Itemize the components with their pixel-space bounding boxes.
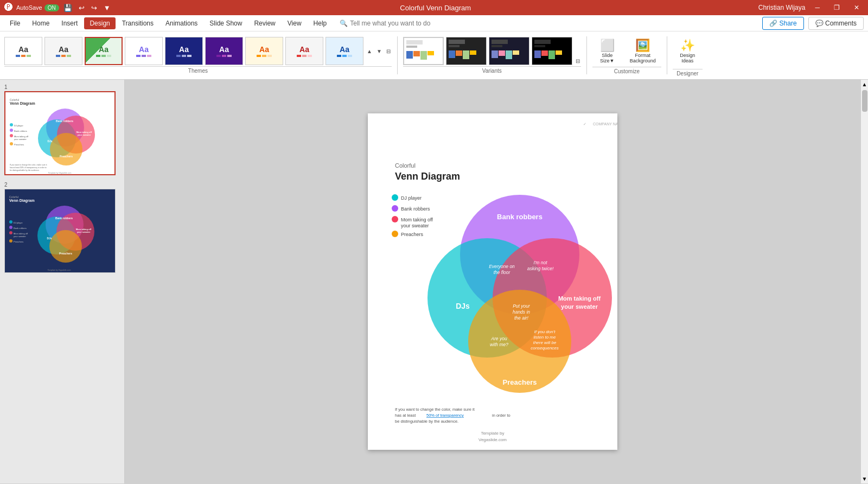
autosave-label: AutoSave bbox=[16, 4, 42, 11]
format-bg-label2: Background bbox=[630, 58, 656, 63]
svg-text:Mom taking off: Mom taking off bbox=[558, 295, 601, 302]
minimize-button[interactable]: ─ bbox=[810, 3, 824, 12]
main-area: 1 Colorful Venn Diagram DJ player Bank r… bbox=[0, 80, 868, 483]
redo-button[interactable]: ↪ bbox=[89, 3, 99, 13]
svg-point-3 bbox=[10, 123, 13, 126]
slide-item-1[interactable]: 1 Colorful Venn Diagram DJ player Bank r… bbox=[4, 84, 120, 175]
svg-point-52 bbox=[392, 194, 398, 201]
svg-text:asking twice!: asking twice! bbox=[527, 266, 554, 271]
svg-point-35 bbox=[9, 239, 12, 243]
right-scrollbar[interactable]: ▲ ▼ bbox=[860, 80, 868, 483]
svg-text:Mom taking off: Mom taking off bbox=[401, 217, 433, 222]
svg-text:has at least 50% of transparen: has at least 50% of transparency in orde… bbox=[10, 167, 47, 169]
menu-help[interactable]: Help bbox=[308, 17, 333, 29]
title-bar-left: 🅟 AutoSave ON 💾 ↩ ↪ ▼ bbox=[4, 3, 113, 13]
svg-text:Vegaslide.com: Vegaslide.com bbox=[478, 437, 507, 442]
slide-size-label2: Size▼ bbox=[600, 58, 614, 63]
scroll-thumb[interactable] bbox=[862, 90, 867, 112]
customize-quick-access[interactable]: ▼ bbox=[101, 3, 113, 13]
svg-text:Bank robbers: Bank robbers bbox=[401, 206, 430, 212]
canvas-area[interactable]: ✓ COMPANY NAME Colorful Venn Diagram DJ … bbox=[125, 80, 860, 483]
slide-number-2: 2 bbox=[4, 182, 120, 188]
theme-9[interactable]: Aa bbox=[326, 37, 363, 65]
svg-point-59 bbox=[392, 231, 398, 237]
ribbon-content: Aa Aa Aa Aa Aa bbox=[0, 31, 868, 79]
menu-review[interactable]: Review bbox=[248, 17, 280, 29]
menu-design[interactable]: Design bbox=[84, 17, 115, 29]
slide-panel: 1 Colorful Venn Diagram DJ player Bank r… bbox=[0, 80, 125, 483]
autosave-toggle[interactable]: ON bbox=[44, 4, 59, 11]
save-button[interactable]: 💾 bbox=[61, 3, 74, 13]
variant-4[interactable] bbox=[532, 37, 572, 65]
slide-thumb-2[interactable]: Colorful Venn Diagram DJ player Bank rob… bbox=[4, 189, 116, 273]
theme-7[interactable]: Aa bbox=[245, 37, 283, 65]
restore-button[interactable]: ❐ bbox=[829, 3, 844, 12]
variant-1[interactable] bbox=[403, 37, 444, 65]
menu-home[interactable]: Home bbox=[27, 17, 55, 29]
svg-point-40 bbox=[49, 230, 82, 263]
svg-text:Are you: Are you bbox=[490, 336, 507, 341]
menu-animations[interactable]: Animations bbox=[160, 17, 203, 29]
svg-text:the floor: the floor bbox=[494, 270, 511, 275]
menu-view[interactable]: View bbox=[282, 17, 307, 29]
variants-expand[interactable]: ⊟ bbox=[575, 57, 581, 65]
slide-thumb-1[interactable]: Colorful Venn Diagram DJ player Bank rob… bbox=[4, 91, 116, 175]
theme-6[interactable]: Aa bbox=[205, 37, 243, 65]
svg-text:Preachers: Preachers bbox=[401, 232, 424, 237]
variant-3[interactable] bbox=[489, 37, 529, 65]
menu-slideshow[interactable]: Slide Show bbox=[204, 17, 247, 29]
svg-text:Venn Diagram: Venn Diagram bbox=[9, 199, 35, 203]
menu-file[interactable]: File bbox=[4, 17, 25, 29]
svg-point-15 bbox=[50, 133, 82, 165]
undo-button[interactable]: ↩ bbox=[76, 3, 87, 13]
svg-text:in order to: in order to bbox=[492, 413, 510, 418]
scroll-up-btn[interactable]: ▲ bbox=[860, 80, 868, 89]
menu-bar: File Home Insert Design Transitions Anim… bbox=[0, 15, 868, 31]
theme-colorful[interactable]: Aa bbox=[85, 37, 123, 65]
scroll-down-btn[interactable]: ▼ bbox=[860, 474, 868, 483]
theme-4[interactable]: Aa bbox=[125, 37, 163, 65]
svg-text:Template by: Template by bbox=[481, 431, 504, 436]
share-button[interactable]: 🔗 Share bbox=[762, 17, 803, 30]
svg-text:your sweater: your sweater bbox=[14, 235, 27, 238]
svg-point-28 bbox=[9, 220, 12, 224]
menu-insert[interactable]: Insert bbox=[56, 17, 83, 29]
close-button[interactable]: ✕ bbox=[850, 3, 864, 12]
themes-scroll-down[interactable]: ▼ bbox=[375, 47, 383, 55]
svg-point-10 bbox=[10, 142, 13, 145]
format-background-button[interactable]: 🖼️ Format Background bbox=[624, 36, 661, 66]
svg-text:I'm not: I'm not bbox=[533, 260, 547, 265]
svg-point-7 bbox=[10, 134, 13, 137]
variant-2[interactable] bbox=[446, 37, 487, 65]
svg-text:your sweater: your sweater bbox=[401, 223, 429, 228]
themes-expand[interactable]: ⊟ bbox=[385, 47, 392, 55]
search-input[interactable] bbox=[350, 20, 469, 27]
svg-text:Preachers: Preachers bbox=[503, 378, 537, 386]
svg-text:Preachers: Preachers bbox=[59, 252, 72, 255]
svg-text:your sweater: your sweater bbox=[561, 303, 598, 310]
slide-size-button[interactable]: ⬜ Slide Size▼ bbox=[592, 36, 622, 66]
ribbon-sep-3 bbox=[667, 36, 667, 74]
theme-5[interactable]: Aa bbox=[165, 37, 203, 65]
theme-2[interactable]: Aa bbox=[44, 37, 82, 65]
slide-item-2[interactable]: 2 Colorful Venn Diagram DJ player Bank r… bbox=[4, 182, 120, 273]
svg-text:Bank robbers: Bank robbers bbox=[14, 130, 27, 132]
customize-label: Customize bbox=[592, 67, 661, 74]
search-icon: 🔍 bbox=[340, 20, 348, 27]
format-bg-icon: 🖼️ bbox=[635, 39, 650, 53]
theme-8[interactable]: Aa bbox=[285, 37, 323, 65]
design-ideas-button[interactable]: ✨ Design Ideas bbox=[673, 34, 703, 68]
svg-text:with me?: with me? bbox=[490, 342, 508, 347]
svg-text:DJs: DJs bbox=[47, 237, 52, 240]
svg-text:be distinguishable by the audi: be distinguishable by the audience. bbox=[395, 419, 458, 424]
themes-scroll-up[interactable]: ▲ bbox=[366, 47, 373, 55]
ribbon-sep-1 bbox=[397, 36, 398, 74]
design-ideas-label2: Ideas bbox=[681, 58, 693, 63]
quick-access-toolbar: AutoSave ON 💾 ↩ ↪ ▼ bbox=[16, 3, 113, 13]
menu-transitions[interactable]: Transitions bbox=[117, 17, 159, 29]
ribbon-area: File Home Insert Design Transitions Anim… bbox=[0, 15, 868, 80]
variants-section: ⊟ Variants bbox=[403, 37, 581, 74]
theme-office[interactable]: Aa bbox=[4, 37, 42, 65]
svg-text:Bank robbers: Bank robbers bbox=[14, 227, 27, 230]
comments-button[interactable]: 💬 Comments bbox=[808, 17, 864, 30]
